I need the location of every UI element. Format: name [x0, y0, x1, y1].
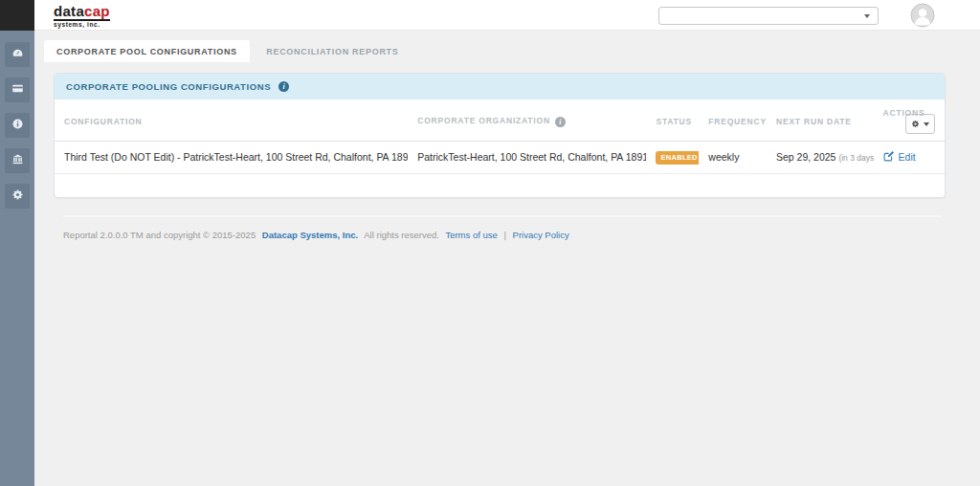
credit-card-icon — [11, 82, 24, 98]
bank-icon — [11, 153, 24, 168]
avatar[interactable] — [910, 3, 935, 28]
tab-reconciliation-reports[interactable]: RECONCILIATION REPORTS — [254, 40, 411, 62]
sidebar-top-block — [0, 0, 34, 31]
sidebar-nav — [0, 31, 34, 209]
logo-wordmark: datacap — [54, 4, 110, 21]
sidebar-item-corporate[interactable] — [5, 148, 30, 173]
logo-part-data: data — [54, 3, 84, 19]
datacap-logo[interactable]: datacap systems, inc. — [54, 4, 110, 29]
tab-corporate-pool-configurations[interactable]: CORPORATE POOL CONFIGURATIONS — [44, 40, 250, 62]
user-icon — [910, 14, 935, 31]
column-next-run-date: NEXT RUN DATE — [767, 99, 874, 142]
cell-status: ENABLED — [646, 142, 699, 174]
info-icon — [11, 118, 24, 133]
column-actions: ACTIONS — [874, 99, 945, 142]
sidebar — [0, 0, 34, 486]
company-link[interactable]: Datacap Systems, Inc. — [262, 230, 358, 240]
chevron-down-icon — [864, 14, 870, 18]
configurations-table: CONFIGURATION CORPORATE ORGANIZATIONi ST… — [55, 99, 945, 174]
panel-heading: CORPORATE POOLING CONFIGURATIONS i — [55, 74, 945, 99]
cell-next-run-date: Sep 29, 2025 (in 3 days) — [767, 142, 874, 174]
tab-bar: CORPORATE POOL CONFIGURATIONS RECONCILIA… — [34, 31, 980, 62]
info-icon[interactable]: i — [555, 117, 566, 127]
terms-of-use-link[interactable]: Terms of use — [445, 230, 497, 240]
column-configuration: CONFIGURATION — [55, 99, 408, 142]
gear-icon — [911, 117, 920, 131]
info-icon[interactable]: i — [278, 81, 289, 92]
footer-text: Reportal 2.0.0.0 TM and copyright © 2015… — [63, 217, 942, 240]
next-run-note: (in 3 days) — [838, 153, 873, 163]
column-corporate-organization: CORPORATE ORGANIZATIONi — [408, 99, 646, 142]
cell-configuration: Third Test (Do NOT Edit) - PatrickTest-H… — [55, 142, 408, 174]
account-dropdown[interactable] — [658, 7, 879, 25]
rights-text: All rights reserved. — [364, 230, 439, 240]
dashboard-icon — [11, 47, 24, 62]
main-content: CORPORATE POOL CONFIGURATIONS RECONCILIA… — [34, 31, 980, 486]
corporate-pooling-panel: CORPORATE POOLING CONFIGURATIONS i CONFI… — [54, 73, 946, 198]
table-row: Third Test (Do NOT Edit) - PatrickTest-H… — [55, 142, 945, 174]
edit-button[interactable]: Edit — [883, 150, 916, 164]
sidebar-item-transactions[interactable] — [5, 77, 30, 102]
status-badge: ENABLED — [656, 151, 699, 165]
top-header: datacap systems, inc. — [34, 0, 980, 31]
page-footer: Reportal 2.0.0.0 TM and copyright © 2015… — [63, 215, 942, 240]
cell-corporate-organization: PatrickTest-Heart, 100 Street Rd, Chalfo… — [408, 142, 646, 174]
separator: | — [503, 230, 505, 240]
logo-part-cap: cap — [84, 3, 110, 19]
column-frequency: FREQUENCY — [699, 99, 767, 142]
app-root: datacap systems, inc. CORPORATE POOL CON… — [0, 0, 980, 486]
edit-icon — [883, 150, 895, 164]
logo-subtitle: systems, inc. — [54, 22, 110, 29]
sidebar-item-dashboard[interactable] — [5, 42, 30, 67]
privacy-policy-link[interactable]: Privacy Policy — [513, 230, 569, 240]
cell-actions: Edit — [874, 142, 945, 174]
table-header-row: CONFIGURATION CORPORATE ORGANIZATIONi ST… — [55, 99, 945, 142]
column-status: STATUS — [646, 99, 699, 142]
sidebar-item-info[interactable] — [5, 113, 30, 138]
sidebar-item-settings[interactable] — [5, 184, 30, 209]
panel-bottom-space — [55, 174, 945, 197]
copyright-text: Reportal 2.0.0.0 TM and copyright © 2015… — [63, 230, 256, 240]
chevron-down-icon — [924, 122, 929, 126]
cell-frequency: weekly — [699, 142, 767, 174]
gear-icon — [11, 188, 24, 204]
panel-title: CORPORATE POOLING CONFIGURATIONS — [66, 81, 271, 92]
